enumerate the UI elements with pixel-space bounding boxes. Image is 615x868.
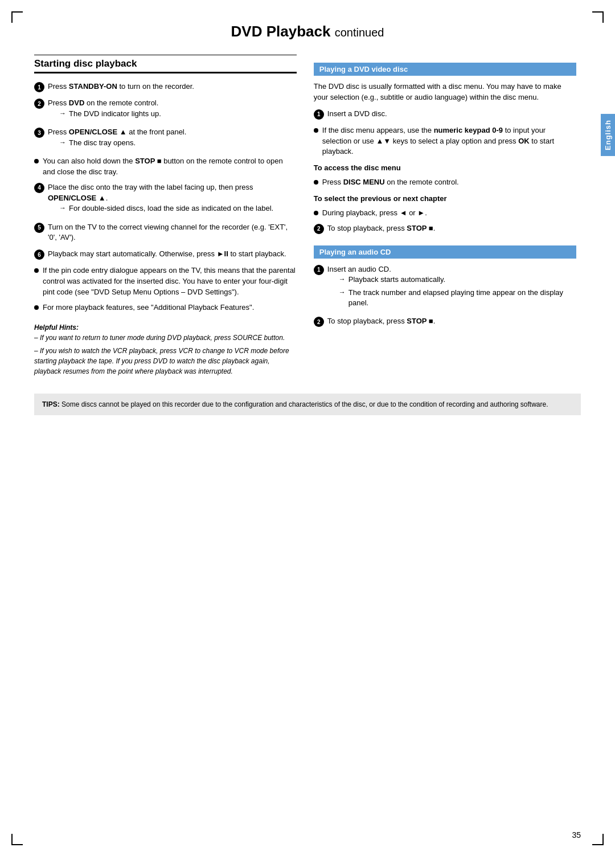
dvd-intro: The DVD disc is usually formatted with a… [314, 81, 576, 103]
right-step-num-1: 1 [314, 109, 324, 120]
step-3-arrow: → The disc tray opens. [59, 138, 297, 148]
step-4-arrow-text: For double-sided discs, load the side as… [69, 203, 297, 214]
right-step-1-text: Insert a DVD disc. [327, 109, 576, 120]
step-4-text: Place the disc onto the tray with the la… [48, 182, 297, 216]
two-column-layout: Starting disc playback 1 Press STANDBY-O… [34, 55, 581, 376]
bullet-pincode-text: If the pin code entry dialogue appears o… [43, 265, 297, 298]
step-1: 1 Press STANDBY-ON to turn on the record… [34, 81, 297, 92]
step-1-text: Press STANDBY-ON to turn on the recorder… [48, 81, 297, 92]
audio-step-1: 1 Insert an audio CD. → Playback starts … [314, 264, 576, 310]
step-3-text: Press OPEN/CLOSE ▲ at the front panel. →… [48, 127, 297, 150]
step-2-arrow: → The DVD indicator lights up. [59, 109, 297, 119]
page-title: DVD Playback continued [34, 23, 581, 43]
step-2-arrow-text: The DVD indicator lights up. [69, 109, 297, 119]
step-4-arrow: → For double-sided discs, load the side … [59, 203, 297, 214]
bullet-disc-menu-access-text: Press DISC MENU on the remote control. [322, 177, 576, 188]
bullet-stop: You can also hold down the STOP ■ button… [34, 156, 297, 178]
arrow-symbol-3: → [59, 138, 66, 148]
bullet-prev-next: During playback, press ◄ or ►. [314, 208, 576, 219]
step-num-1: 1 [34, 82, 44, 92]
step-5: 5 Turn on the TV to the correct viewing … [34, 222, 297, 244]
arrow-sym-audio-2: → [339, 288, 346, 297]
step-6-text: Playback may start automatically. Otherw… [48, 249, 297, 260]
right-bullet-disc-menu: If the disc menu appears, use the numeri… [314, 125, 576, 158]
step-3-arrow-text: The disc tray opens. [69, 138, 297, 148]
audio-step-2: 2 To stop playback, press STOP ■. [314, 316, 576, 327]
bullet-more-features: For more playback features, see "Additio… [34, 302, 297, 313]
hints-line-2: – If you wish to watch the VCR playback,… [34, 346, 297, 376]
bullet-stop-text: You can also hold down the STOP ■ button… [43, 156, 297, 178]
step-3: 3 Press OPEN/CLOSE ▲ at the front panel.… [34, 127, 297, 150]
audio-arrow-1: → Playback starts automatically. [339, 275, 576, 285]
bullet-disc-menu-access: Press DISC MENU on the remote control. [314, 177, 576, 188]
hints-label: Helpful Hints: [34, 322, 297, 333]
corner-tr [592, 11, 604, 23]
step-num-5: 5 [34, 223, 44, 233]
audio-step-num-1: 1 [314, 265, 324, 275]
dvd-video-box-header: Playing a DVD video disc [314, 63, 576, 76]
bullet-dot-3 [34, 305, 39, 310]
step-5-text: Turn on the TV to the correct viewing ch… [48, 222, 297, 244]
left-column: Starting disc playback 1 Press STANDBY-O… [34, 55, 297, 376]
right-step-1: 1 Insert a DVD disc. [314, 109, 576, 120]
right-column: Playing a DVD video disc The DVD disc is… [314, 55, 576, 376]
tips-label: TIPS: [42, 400, 60, 408]
audio-step-num-2: 2 [314, 317, 324, 327]
arrow-symbol: → [59, 109, 66, 118]
corner-tl [11, 11, 23, 23]
subsection-prev-next-chapter: To select the previous or next chapter [314, 194, 576, 204]
bullet-more-features-text: For more playback features, see "Additio… [43, 302, 297, 313]
hints-section: Helpful Hints: – If you want to return t… [34, 322, 297, 376]
step-2: 2 Press DVD on the remote control. → The… [34, 98, 297, 121]
bullet-prev-next-text: During playback, press ◄ or ►. [322, 208, 576, 219]
section-heading-starting: Starting disc playback [34, 55, 297, 73]
right-step-2-text: To stop playback, press STOP ■. [327, 223, 576, 234]
step-num-3: 3 [34, 128, 44, 138]
right-bullet-disc-menu-text: If the disc menu appears, use the numeri… [322, 125, 576, 158]
step-num-4: 4 [34, 183, 44, 193]
arrow-sym-audio-1: → [339, 275, 346, 284]
page-number: 35 [572, 830, 581, 840]
corner-br [592, 834, 604, 845]
bullet-pincode: If the pin code entry dialogue appears o… [34, 265, 297, 298]
step-num-6: 6 [34, 249, 44, 260]
right-step-num-2: 2 [314, 224, 324, 234]
bullet-dot-1 [34, 159, 39, 163]
arrow-symbol-4: → [59, 203, 66, 213]
audio-step-2-text: To stop playback, press STOP ■. [327, 316, 576, 327]
step-num-2: 2 [34, 99, 44, 109]
step-2-text: Press DVD on the remote control. → The D… [48, 98, 297, 121]
hints-line-1: – If you want to return to tuner mode du… [34, 333, 297, 343]
corner-bl [11, 834, 23, 845]
audio-cd-box-header: Playing an audio CD [314, 245, 576, 259]
page-container: English DVD Playback continued Starting … [0, 0, 615, 868]
bullet-dot-prev-next [314, 211, 318, 215]
subsection-access-disc-menu: To access the disc menu [314, 163, 576, 174]
bullet-dot-2 [34, 268, 39, 273]
step-4: 4 Place the disc onto the tray with the … [34, 182, 297, 216]
tips-text: Some discs cannot be played on this reco… [62, 400, 548, 408]
audio-arrow-2-text: The track number and elapsed playing tim… [348, 288, 576, 308]
audio-step-1-text: Insert an audio CD. → Playback starts au… [327, 264, 576, 310]
right-bullet-dot-1 [314, 128, 318, 133]
audio-arrow-1-text: Playback starts automatically. [348, 275, 576, 285]
tips-footer: TIPS: Some discs cannot be played on thi… [34, 394, 581, 415]
english-tab: English [601, 114, 615, 156]
step-6: 6 Playback may start automatically. Othe… [34, 249, 297, 260]
right-step-2: 2 To stop playback, press STOP ■. [314, 223, 576, 234]
audio-arrow-2: → The track number and elapsed playing t… [339, 288, 576, 308]
bullet-dot-disc-menu [314, 180, 318, 185]
